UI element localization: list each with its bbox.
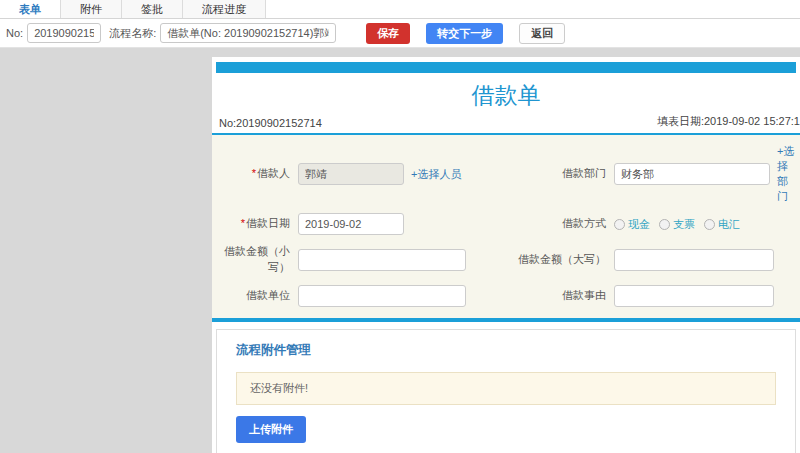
required-mark: * xyxy=(252,167,256,179)
flow-name-input[interactable] xyxy=(160,23,336,43)
department-input[interactable] xyxy=(614,163,770,185)
tab-approval[interactable]: 签批 xyxy=(122,0,183,18)
borrower-label: *借款人 xyxy=(214,166,290,182)
form-date-text: 填表日期:2019-09-02 15:27:1 xyxy=(657,114,800,129)
no-input[interactable] xyxy=(27,23,101,43)
loan-method-label: 借款方式 xyxy=(518,216,606,232)
amount-lower-input[interactable] xyxy=(298,249,466,271)
form-meta-row: No:20190902152714 填表日期:2019-09-02 15:27:… xyxy=(212,114,800,133)
attachment-section: 流程附件管理 还没有附件! 上传附件 xyxy=(216,329,796,453)
select-person-link[interactable]: +选择人员 xyxy=(411,167,461,182)
loan-date-label: *借款日期 xyxy=(214,216,290,232)
department-label: 借款部门 xyxy=(518,166,606,182)
loan-unit-label: 借款单位 xyxy=(214,288,290,304)
radio-cash[interactable]: 现金 xyxy=(614,217,650,232)
loan-reason-label: 借款事由 xyxy=(518,288,606,304)
loan-reason-input[interactable] xyxy=(614,285,774,307)
tab-form[interactable]: 表单 xyxy=(0,0,61,18)
back-button[interactable]: 返回 xyxy=(519,23,565,44)
no-label: No: xyxy=(6,27,23,39)
no-attachment-alert: 还没有附件! xyxy=(236,372,776,405)
flow-name-label: 流程名称: xyxy=(109,26,156,41)
tab-attachments[interactable]: 附件 xyxy=(61,0,122,18)
amount-lower-label: 借款金额（小写） xyxy=(214,244,290,276)
radio-icon[interactable] xyxy=(614,219,625,230)
loan-form-panel: 借款单 No:20190902152714 填表日期:2019-09-02 15… xyxy=(212,57,800,453)
amount-upper-label: 借款金额（大写） xyxy=(518,252,606,268)
radio-icon[interactable] xyxy=(704,219,715,230)
radio-wire-transfer[interactable]: 电汇 xyxy=(704,217,740,232)
loan-date-input[interactable] xyxy=(298,213,404,235)
command-bar: No: 流程名称: 保存 转交下一步 返回 xyxy=(0,19,800,48)
divider xyxy=(212,318,800,322)
select-department-link[interactable]: +选择部门 xyxy=(777,144,798,204)
loan-method-radio-group: 现金 支票 电汇 xyxy=(614,217,798,232)
amount-upper-input[interactable] xyxy=(614,249,774,271)
page-title: 借款单 xyxy=(212,80,800,111)
save-button[interactable]: 保存 xyxy=(366,23,410,44)
attachment-section-heading: 流程附件管理 xyxy=(236,342,776,359)
panel-top-bar xyxy=(216,62,796,73)
radio-check[interactable]: 支票 xyxy=(659,217,695,232)
loan-form-fields: *借款人 +选择人员 借款部门 +选择部门 *借款日期 借款方式 现金 支票 xyxy=(212,135,800,318)
radio-icon[interactable] xyxy=(659,219,670,230)
tab-bar: 表单 附件 签批 流程进度 xyxy=(0,0,800,19)
tab-process-progress[interactable]: 流程进度 xyxy=(183,0,266,18)
upload-attachment-button[interactable]: 上传附件 xyxy=(236,416,306,443)
required-mark: * xyxy=(241,217,245,229)
form-no-text: No:20190902152714 xyxy=(219,117,322,129)
loan-unit-input[interactable] xyxy=(298,285,466,307)
borrower-input[interactable] xyxy=(298,163,404,185)
transfer-next-step-button[interactable]: 转交下一步 xyxy=(426,23,503,44)
